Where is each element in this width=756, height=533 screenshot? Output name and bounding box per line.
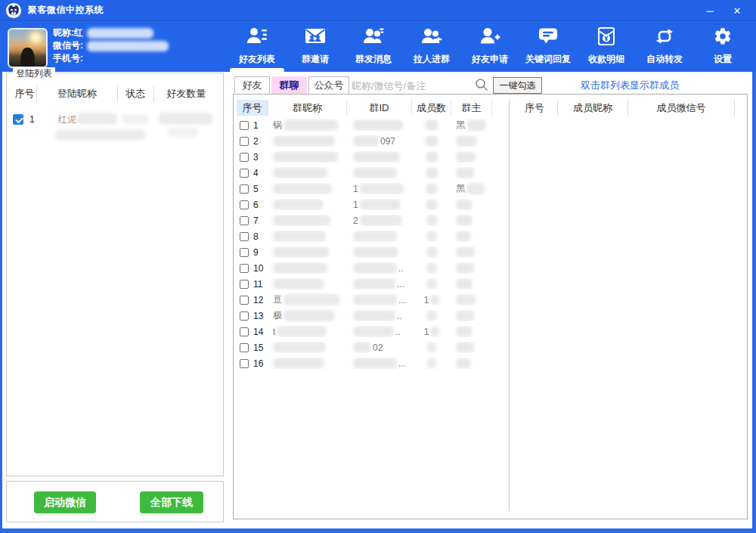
group-row[interactable]: 3 (237, 149, 495, 165)
col-login-nickname: 登陆昵称 (37, 85, 118, 102)
user-avatar (8, 28, 48, 68)
group-row-owner (451, 135, 492, 147)
group-row-checkbox[interactable] (240, 184, 249, 194)
group-row[interactable]: 11 ... (237, 276, 495, 292)
redacted-block (167, 128, 199, 137)
table-divider (509, 99, 510, 511)
nav-friend-request[interactable]: 好友申请 (466, 26, 514, 66)
group-row-owner (451, 310, 492, 321)
redacted-block (353, 262, 397, 274)
nav-label: 好友列表 (239, 53, 275, 66)
group-row-name (268, 151, 347, 163)
group-row[interactable]: 1 锅 黑 (237, 117, 495, 133)
login-row-seq: 1 (29, 114, 45, 125)
group-row[interactable]: 12 亘 ... 1 (237, 292, 495, 308)
group-row-checkbox[interactable] (240, 153, 249, 162)
nav-payment-detail[interactable]: 收款明细 (582, 26, 631, 66)
group-row[interactable]: 15 02 (237, 339, 495, 355)
redacted-block (284, 310, 335, 321)
group-row-checkbox[interactable] (240, 216, 249, 225)
group-row-checkbox[interactable] (240, 200, 249, 209)
redacted-block (273, 199, 323, 210)
nav-keyword-reply[interactable]: 关键词回复 (524, 26, 572, 66)
nav-auto-forward[interactable]: 自动转发 (640, 26, 689, 66)
group-row-checkbox[interactable] (240, 121, 249, 130)
redacted-block (427, 342, 436, 353)
redacted-block (273, 262, 327, 274)
group-row-name (268, 199, 347, 210)
redacted-block (273, 151, 338, 163)
redacted-block (353, 326, 394, 337)
tab-groups[interactable]: 群聊 (271, 76, 307, 95)
group-row[interactable]: 6 1 (237, 197, 495, 212)
group-row[interactable]: 5 1 黑 (237, 181, 495, 197)
redacted-block (456, 215, 472, 226)
redacted-block (55, 129, 146, 141)
group-row-name: 亘 (268, 293, 347, 306)
group-row[interactable]: 8 (237, 228, 495, 244)
group-row-owner (451, 199, 492, 210)
start-wechat-button[interactable]: 启动微信 (34, 491, 96, 513)
nav-settings[interactable]: 设置 (699, 26, 747, 66)
group-row-checkbox[interactable] (240, 232, 249, 241)
group-row[interactable]: 10 .. (237, 260, 495, 276)
all-offline-button[interactable]: 全部下线 (140, 491, 203, 513)
nickname-prefix: 红 (74, 26, 83, 39)
group-row-owner (451, 167, 492, 178)
group-row-checkbox[interactable] (240, 248, 249, 257)
group-row-seq: 6 (253, 200, 259, 210)
friend-request-icon (479, 26, 501, 46)
group-row-checkbox[interactable] (240, 169, 249, 178)
group-row-member-count (412, 358, 451, 369)
group-row[interactable]: 2 097 (237, 133, 495, 149)
nav-friend-list[interactable]: 好友列表 (233, 26, 281, 66)
group-row-checkbox[interactable] (240, 280, 249, 289)
group-table-rows: 1 锅 黑 (237, 117, 495, 371)
redacted-block (425, 135, 438, 147)
group-row-checkbox[interactable] (240, 296, 249, 305)
login-row-checkbox[interactable] (13, 114, 23, 125)
main-nav: 好友列表 群邀请 群发消息 (233, 26, 747, 66)
wechat-redacted (87, 41, 169, 51)
group-row-checkbox[interactable] (240, 311, 249, 321)
redacted-block (353, 310, 395, 321)
select-all-button[interactable]: 一键勾选 (493, 77, 542, 94)
group-row-id: 2 (347, 215, 412, 226)
group-row-checkbox[interactable] (240, 359, 249, 368)
tab-official-accounts[interactable]: 公众号 (308, 76, 349, 95)
nav-label: 群发消息 (355, 53, 392, 66)
redacted-block (273, 167, 327, 178)
group-row[interactable]: 7 2 (237, 212, 495, 228)
group-row[interactable]: 14 t .. 1 (237, 324, 495, 339)
redacted-block (456, 151, 476, 163)
group-row[interactable]: 4 (237, 165, 495, 181)
group-row-name: t (268, 326, 347, 337)
group-row-id: ... (347, 294, 412, 305)
group-row-id (347, 246, 412, 258)
group-row[interactable]: 16 ... (237, 355, 495, 371)
redacted-block (353, 294, 397, 305)
group-row-name (268, 342, 347, 353)
nav-group-send[interactable]: 群发消息 (349, 26, 398, 66)
group-row-checkbox[interactable] (240, 264, 249, 273)
group-row-name (268, 246, 347, 258)
group-row-checkbox[interactable] (240, 343, 249, 352)
minimize-button[interactable]: ─ (697, 0, 723, 21)
group-row-owner (451, 246, 492, 258)
app-logo-icon (5, 2, 22, 19)
group-row-checkbox[interactable] (240, 327, 249, 336)
nav-pull-into-group[interactable]: 拉人进群 (407, 26, 456, 66)
group-row[interactable]: 13 极 .. (237, 308, 495, 324)
search-input[interactable] (352, 76, 471, 95)
show-members-hint-link[interactable]: 双击群列表显示群成员 (581, 79, 679, 92)
group-row-id: 097 (347, 135, 412, 147)
close-button[interactable]: ✕ (724, 0, 750, 21)
group-row-seq: 16 (253, 358, 263, 369)
group-row-checkbox[interactable] (240, 137, 249, 146)
tab-friends[interactable]: 好友 (234, 76, 270, 95)
nav-group-invite[interactable]: 群邀请 (291, 26, 339, 66)
redacted-block (426, 151, 438, 163)
group-row[interactable]: 9 (237, 244, 495, 260)
redacted-block (430, 326, 439, 337)
group-row-member-count: 1 (412, 326, 451, 337)
